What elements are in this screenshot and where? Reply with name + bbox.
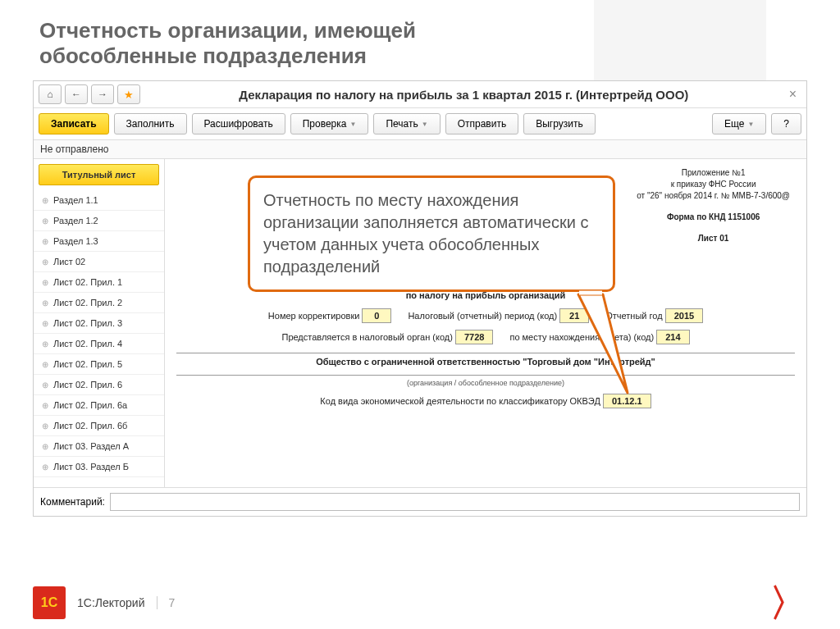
comment-label: Комментарий: [40, 496, 105, 508]
check-button[interactable]: Проверка▼ [290, 113, 369, 134]
sidebar-item[interactable]: ⊕Лист 03. Раздел А [34, 436, 164, 457]
place-field[interactable]: 214 [656, 330, 689, 344]
okved-label: Код вида экономической деятельности по к… [320, 396, 600, 406]
period-label: Налоговый (отчетный) период (код) [408, 311, 557, 321]
divider [176, 375, 795, 376]
sidebar-item[interactable]: ⊕Лист 02. Прил. 6б [34, 416, 164, 436]
bullet-icon: ⊕ [42, 237, 48, 246]
status-text: Не отправлено [34, 140, 806, 159]
sidebar-item[interactable]: ⊕Раздел 1.3 [34, 231, 164, 252]
corr-label: Номер корректировки [268, 311, 359, 321]
slide-title: Отчетность организации, имеющей обособле… [0, 0, 840, 80]
sidebar-item[interactable]: ⊕Лист 02. Прил. 4 [34, 334, 164, 354]
bullet-icon: ⊕ [42, 340, 48, 349]
comment-input[interactable] [110, 493, 800, 511]
send-button[interactable]: Отправить [445, 113, 519, 134]
sidebar-item[interactable]: ⊕Раздел 1.1 [34, 190, 164, 211]
bullet-icon: ⊕ [42, 401, 48, 410]
org-sublabel: (организация / обособленное подразделени… [176, 379, 795, 387]
year-field[interactable]: 2015 [665, 308, 703, 323]
sidebar-item[interactable]: ⊕Лист 02. Прил. 6 [34, 375, 164, 395]
bullet-icon: ⊕ [42, 217, 48, 226]
sidebar-item[interactable]: ⊕Лист 02. Прил. 2 [34, 293, 164, 313]
bullet-icon: ⊕ [42, 463, 48, 472]
bullet-icon: ⊕ [42, 422, 48, 431]
decode-button[interactable]: Расшифровать [192, 113, 285, 134]
chevron-down-icon: ▼ [349, 121, 356, 128]
callout-bubble: Отчетность по месту нахождения организац… [248, 175, 615, 292]
window-title: Декларация по налогу на прибыль за 1 ква… [144, 88, 784, 102]
comment-row: Комментарий: [34, 487, 806, 516]
close-icon[interactable]: × [784, 87, 801, 102]
organ-label: Представляется в налоговый орган (код) [281, 332, 452, 342]
sidebar-item[interactable]: ⊕Раздел 1.2 [34, 211, 164, 231]
bullet-icon: ⊕ [42, 299, 48, 308]
page-number: 7 [169, 596, 176, 609]
print-button[interactable]: Печать▼ [373, 113, 440, 134]
sidebar-item[interactable]: ⊕Лист 02. Прил. 1 [34, 272, 164, 293]
bullet-icon: ⊕ [42, 442, 48, 451]
sidebar-item[interactable]: ⊕Лист 02. Прил. 5 [34, 354, 164, 375]
callout-tail-icon [570, 294, 636, 401]
sidebar: Титульный лист ⊕Раздел 1.1 ⊕Раздел 1.2 ⊕… [34, 159, 165, 487]
sidebar-item[interactable]: ⊕Лист 03. Раздел Б [34, 457, 164, 477]
footer-brand: 1С:Лекторий [77, 596, 158, 609]
divider [176, 353, 795, 353]
footer: 1C 1С:Лекторий 7 〉 [0, 586, 840, 619]
form-header-right: Приложение №1 к приказу ФНС России от "2… [637, 167, 790, 244]
favorite-button[interactable]: ★ [117, 84, 140, 104]
organ-row: Представляется в налоговый орган (код) 7… [176, 330, 795, 344]
bullet-icon: ⊕ [42, 381, 48, 390]
sidebar-item-title-page[interactable]: Титульный лист [39, 164, 159, 185]
more-button[interactable]: Еще▼ [712, 113, 766, 134]
sidebar-item[interactable]: ⊕Лист 02. Прил. 3 [34, 313, 164, 334]
home-button[interactable]: ⌂ [39, 84, 62, 104]
app-window: ⌂ ← → ★ Декларация по налогу на прибыль … [33, 80, 807, 517]
titlebar: ⌂ ← → ★ Декларация по налогу на прибыль … [34, 81, 806, 108]
correction-row: Номер корректировки 0 Налоговый (отчетны… [176, 308, 795, 323]
chevron-down-icon: ▼ [747, 121, 754, 128]
corr-field[interactable]: 0 [362, 308, 391, 323]
back-button[interactable]: ← [65, 84, 88, 104]
help-button[interactable]: ? [771, 113, 801, 134]
next-arrow-icon[interactable]: 〉 [769, 594, 807, 613]
toolbar: Записать Заполнить Расшифровать Проверка… [34, 108, 806, 140]
bullet-icon: ⊕ [42, 196, 48, 205]
sidebar-item[interactable]: ⊕Лист 02 [34, 252, 164, 272]
sidebar-item[interactable]: ⊕Лист 02. Прил. 6а [34, 395, 164, 416]
organ-field[interactable]: 7728 [455, 330, 493, 344]
org-name: Общество с ограниченной ответственностью… [176, 357, 795, 367]
chevron-down-icon: ▼ [422, 121, 428, 128]
fill-button[interactable]: Заполнить [114, 113, 187, 134]
logo-1c: 1C [33, 586, 66, 619]
save-button[interactable]: Записать [39, 113, 109, 134]
forward-button[interactable]: → [91, 84, 114, 104]
bullet-icon: ⊕ [42, 360, 48, 369]
bullet-icon: ⊕ [42, 278, 48, 287]
export-button[interactable]: Выгрузить [523, 113, 596, 134]
okved-row: Код вида экономической деятельности по к… [176, 394, 795, 408]
bullet-icon: ⊕ [42, 319, 48, 328]
bullet-icon: ⊕ [42, 258, 48, 267]
